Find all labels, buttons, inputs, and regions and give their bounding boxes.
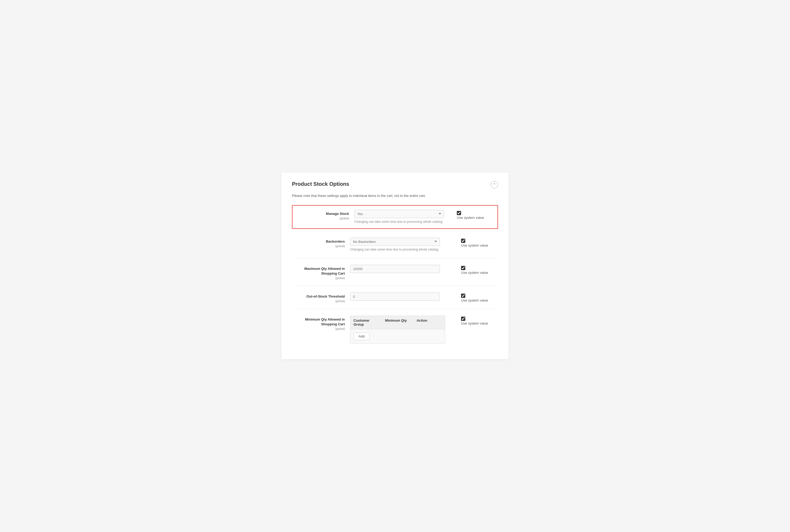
min-qty-system-value-wrapper (461, 317, 465, 321)
out-of-stock-scope: [global] (292, 300, 345, 303)
manage-stock-system-value-wrapper (457, 211, 461, 215)
out-of-stock-system-value-wrapper (461, 293, 465, 298)
out-of-stock-system-value-col: Use system value (456, 292, 498, 302)
max-qty-system-value-wrapper (461, 266, 465, 270)
backorders-system-value-label: Use system value (461, 243, 488, 247)
min-qty-system-value-label: Use system value (461, 321, 488, 325)
backorders-scope: [global] (292, 245, 345, 248)
max-qty-system-value-label: Use system value (461, 271, 488, 274)
manage-stock-hint: Changing can take some time due to proce… (354, 220, 451, 224)
backorders-control-col: No Backorders Changing can take some tim… (350, 238, 456, 252)
panel-description: Please note that these settings apply to… (292, 194, 498, 198)
manage-stock-row: Manage Stock [global] Yes Changing can t… (292, 205, 498, 229)
max-qty-label: Maximum Qty Allowed in Shopping Cart (292, 266, 345, 276)
manage-stock-system-value-checkbox[interactable] (457, 211, 461, 215)
manage-stock-label: Manage Stock (296, 211, 349, 216)
panel-header: Product Stock Options ⌃ (292, 181, 498, 188)
product-stock-options-panel: Product Stock Options ⌃ Please note that… (282, 173, 508, 359)
panel-title: Product Stock Options (292, 181, 349, 187)
max-qty-system-value-checkbox[interactable] (461, 266, 465, 270)
backorders-label: Backorders (292, 239, 345, 244)
out-of-stock-label-col: Out-of-Stock Threshold [global] (292, 292, 350, 303)
min-qty-col-minimum-qty: Minimum Qty (382, 316, 413, 329)
out-of-stock-control-col (350, 292, 456, 301)
max-qty-scope: [global] (292, 277, 345, 280)
min-qty-row: Minimum Qty Allowed in Shopping Cart [gl… (292, 310, 498, 349)
out-of-stock-input[interactable] (350, 292, 440, 301)
manage-stock-select[interactable]: Yes (354, 210, 444, 218)
manage-stock-control-col: Yes Changing can take some time due to p… (354, 210, 451, 224)
min-qty-system-value-col: Use system value (456, 316, 498, 325)
out-of-stock-row: Out-of-Stock Threshold [global] Use syst… (292, 287, 498, 308)
backorders-system-value-checkbox[interactable] (461, 239, 465, 243)
backorders-select[interactable]: No Backorders (350, 238, 440, 246)
backorders-row: Backorders [global] No Backorders Changi… (292, 232, 498, 257)
manage-stock-system-value-col: Use system value (451, 210, 494, 220)
manage-stock-system-value-label: Use system value (457, 216, 484, 220)
max-qty-input[interactable] (350, 265, 440, 273)
collapse-button[interactable]: ⌃ (490, 181, 498, 188)
manage-stock-scope: [global] (296, 217, 349, 220)
min-qty-label: Minimum Qty Allowed in Shopping Cart (292, 317, 345, 327)
min-qty-system-value-checkbox[interactable] (461, 317, 465, 321)
max-qty-row: Maximum Qty Allowed in Shopping Cart [gl… (292, 260, 498, 285)
max-qty-label-col: Maximum Qty Allowed in Shopping Cart [gl… (292, 265, 350, 280)
min-qty-table: Customer Group Minimum Qty Action Add (350, 316, 445, 344)
backorders-label-col: Backorders [global] (292, 238, 350, 248)
collapse-icon: ⌃ (493, 183, 496, 187)
min-qty-table-header: Customer Group Minimum Qty Action (350, 316, 445, 329)
min-qty-table-body: Add (350, 329, 445, 343)
max-qty-control-col (350, 265, 456, 273)
out-of-stock-system-value-checkbox[interactable] (461, 293, 465, 298)
min-qty-col-customer-group: Customer Group (350, 316, 382, 329)
min-qty-control-col: Customer Group Minimum Qty Action Add (350, 316, 456, 344)
min-qty-label-col: Minimum Qty Allowed in Shopping Cart [gl… (292, 316, 350, 330)
max-qty-system-value-col: Use system value (456, 265, 498, 274)
manage-stock-label-col: Manage Stock [global] (296, 210, 354, 220)
out-of-stock-label: Out-of-Stock Threshold (292, 294, 345, 299)
min-qty-col-action: Action (413, 316, 445, 329)
backorders-hint: Changing can take some time due to proce… (350, 247, 456, 252)
backorders-system-value-wrapper (461, 239, 465, 243)
backorders-system-value-col: Use system value (456, 238, 498, 247)
form-rows: Manage Stock [global] Yes Changing can t… (292, 205, 498, 349)
min-qty-scope: [global] (292, 327, 345, 330)
min-qty-add-button[interactable]: Add (353, 332, 370, 340)
out-of-stock-system-value-label: Use system value (461, 298, 488, 302)
